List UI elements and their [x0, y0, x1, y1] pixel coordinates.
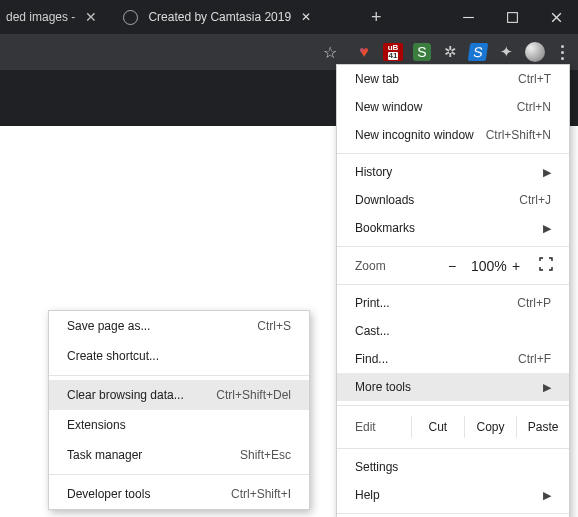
zoom-label: Zoom — [355, 259, 433, 273]
edit-cut-button[interactable]: Cut — [411, 416, 464, 438]
close-window-button[interactable] — [534, 0, 578, 34]
window-titlebar: ded images - ✕ Created by Camtasia 2019 … — [0, 0, 578, 34]
menu-cast[interactable]: Cast... — [337, 317, 569, 345]
menu-shortcut: Ctrl+Shift+N — [486, 128, 551, 142]
spider-extension-icon[interactable]: ✲ — [441, 43, 459, 61]
close-tab-icon[interactable]: ✕ — [85, 9, 97, 25]
tab-title: ded images - — [6, 10, 75, 24]
kebab-menu-button[interactable] — [555, 45, 570, 60]
tab-camtasia[interactable]: Created by Camtasia 2019 ✕ — [111, 0, 361, 34]
edit-paste-button[interactable]: Paste — [516, 416, 569, 438]
menu-label: New window — [355, 100, 517, 114]
maximize-icon — [506, 11, 519, 24]
menu-separator — [337, 153, 569, 154]
ub-count: 41 — [388, 52, 399, 60]
svg-rect-1 — [507, 12, 517, 22]
tab-row: ded images - ✕ Created by Camtasia 2019 … — [0, 0, 446, 34]
menu-separator — [49, 474, 309, 475]
menu-separator — [337, 513, 569, 514]
menu-more-tools[interactable]: More tools ▶ — [337, 373, 569, 401]
chevron-right-icon: ▶ — [543, 166, 551, 179]
menu-help[interactable]: Help ▶ — [337, 481, 569, 509]
menu-bookmarks[interactable]: Bookmarks ▶ — [337, 214, 569, 242]
menu-separator — [337, 284, 569, 285]
menu-label: Extensions — [67, 418, 291, 432]
menu-new-tab[interactable]: New tab Ctrl+T — [337, 65, 569, 93]
heart-extension-icon[interactable]: ♥ — [355, 43, 373, 61]
menu-label: New incognito window — [355, 128, 486, 142]
zoom-out-button[interactable]: − — [439, 258, 465, 274]
menu-label: History — [355, 165, 535, 179]
menu-new-incognito[interactable]: New incognito window Ctrl+Shift+N — [337, 121, 569, 149]
menu-shortcut: Ctrl+Shift+I — [231, 487, 291, 501]
globe-icon — [123, 10, 138, 25]
menu-separator — [337, 246, 569, 247]
profile-avatar[interactable] — [525, 42, 545, 62]
menu-label: Find... — [355, 352, 518, 366]
s-blue-extension-icon[interactable]: S — [468, 43, 489, 61]
menu-settings[interactable]: Settings — [337, 453, 569, 481]
menu-label: Downloads — [355, 193, 519, 207]
submenu-task-manager[interactable]: Task manager Shift+Esc — [49, 440, 309, 470]
edit-label: Edit — [355, 420, 411, 434]
menu-find[interactable]: Find... Ctrl+F — [337, 345, 569, 373]
menu-edit-row: Edit Cut Copy Paste — [337, 410, 569, 444]
more-tools-submenu: Save page as... Ctrl+S Create shortcut..… — [48, 310, 310, 510]
menu-separator — [49, 375, 309, 376]
menu-label: Settings — [355, 460, 551, 474]
menu-label: Cast... — [355, 324, 551, 338]
submenu-clear-browsing-data[interactable]: Clear browsing data... Ctrl+Shift+Del — [49, 380, 309, 410]
menu-shortcut: Shift+Esc — [240, 448, 291, 462]
ublock-extension-icon[interactable]: uB 41 — [383, 43, 403, 61]
s-green-extension-icon[interactable]: S — [413, 43, 431, 61]
menu-label: More tools — [355, 380, 535, 394]
menu-shortcut: Ctrl+F — [518, 352, 551, 366]
minimize-button[interactable] — [446, 0, 490, 34]
menu-shortcut: Ctrl+N — [517, 100, 551, 114]
menu-shortcut: Ctrl+Shift+Del — [216, 388, 291, 402]
submenu-create-shortcut[interactable]: Create shortcut... — [49, 341, 309, 371]
bookmark-star-icon[interactable]: ☆ — [323, 43, 337, 62]
menu-label: Print... — [355, 296, 517, 310]
chevron-right-icon: ▶ — [543, 222, 551, 235]
menu-history[interactable]: History ▶ — [337, 158, 569, 186]
chevron-right-icon: ▶ — [543, 381, 551, 394]
menu-print[interactable]: Print... Ctrl+P — [337, 289, 569, 317]
menu-separator — [337, 448, 569, 449]
menu-zoom-row: Zoom − 100% + — [337, 251, 569, 280]
menu-downloads[interactable]: Downloads Ctrl+J — [337, 186, 569, 214]
minimize-icon — [462, 11, 475, 24]
extension-icons: ♥ uB 41 S ✲ S ✦ — [355, 42, 570, 62]
menu-shortcut: Ctrl+T — [518, 72, 551, 86]
fullscreen-button[interactable] — [535, 257, 557, 274]
close-tab-icon[interactable]: ✕ — [301, 10, 311, 24]
extensions-puzzle-icon[interactable]: ✦ — [497, 43, 515, 61]
menu-label: Clear browsing data... — [67, 388, 216, 402]
close-icon — [550, 11, 563, 24]
chevron-right-icon: ▶ — [543, 489, 551, 502]
tab-truncated[interactable]: ded images - ✕ — [0, 0, 107, 34]
menu-label: New tab — [355, 72, 518, 86]
menu-shortcut: Ctrl+S — [257, 319, 291, 333]
window-controls — [446, 0, 578, 34]
menu-shortcut: Ctrl+J — [519, 193, 551, 207]
edit-copy-button[interactable]: Copy — [464, 416, 517, 438]
submenu-extensions[interactable]: Extensions — [49, 410, 309, 440]
zoom-in-button[interactable]: + — [503, 258, 529, 274]
menu-separator — [337, 405, 569, 406]
menu-label: Help — [355, 488, 535, 502]
tab-title: Created by Camtasia 2019 — [148, 10, 291, 24]
submenu-save-page[interactable]: Save page as... Ctrl+S — [49, 311, 309, 341]
menu-label: Developer tools — [67, 487, 231, 501]
menu-label: Save page as... — [67, 319, 257, 333]
zoom-value: 100% — [471, 258, 497, 274]
menu-new-window[interactable]: New window Ctrl+N — [337, 93, 569, 121]
menu-label: Bookmarks — [355, 221, 535, 235]
fullscreen-icon — [539, 257, 553, 271]
menu-shortcut: Ctrl+P — [517, 296, 551, 310]
menu-label: Task manager — [67, 448, 240, 462]
menu-label: Create shortcut... — [67, 349, 291, 363]
maximize-button[interactable] — [490, 0, 534, 34]
new-tab-button[interactable]: + — [361, 7, 391, 28]
submenu-developer-tools[interactable]: Developer tools Ctrl+Shift+I — [49, 479, 309, 509]
